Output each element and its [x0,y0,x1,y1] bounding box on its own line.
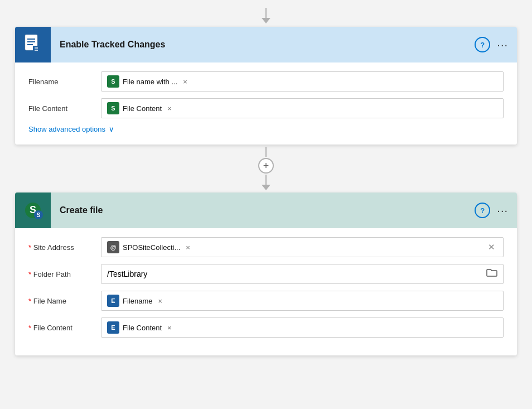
card2-folderpath-input[interactable]: /TestLibrary [101,264,504,284]
card2-siteaddress-input[interactable]: @ SPOSiteCollecti... × ✕ [101,237,504,257]
card2-siteaddress-token-close[interactable]: × [186,243,190,252]
card2-filecontent-label: File Content [28,324,101,332]
card2-filename-input[interactable]: E Filename × [101,291,504,311]
card1-filecontent-label: File Content [28,104,101,113]
card1-body: Filename S File name with ... × File Con… [15,62,517,145]
card2-siteaddress-row: Site Address @ SPOSiteCollecti... × ✕ [28,237,504,257]
card2-filename-token: E Filename × [107,295,162,307]
add-connector-line-bottom [265,175,267,185]
card1-filename-label: Filename [28,78,101,86]
card2-filename-token-close[interactable]: × [158,297,162,305]
svg-text:S: S [37,212,41,218]
card1-filename-token-close[interactable]: × [183,78,187,86]
card1-filecontent-input[interactable]: S File Content × [101,98,504,118]
card2-title: Create file [51,205,475,215]
card2-more-button[interactable]: ··· [497,204,508,217]
add-connector-line-top [265,147,267,157]
card1-filename-token-icon: S [107,75,119,88]
card2-help-button[interactable]: ? [475,203,490,218]
card2-folderpath-value: /TestLibrary [107,270,147,278]
show-advanced-label: Show advanced options [28,125,105,133]
card2-filename-token-text: Filename [123,297,152,305]
folder-icon [486,268,497,280]
card2-filecontent-token-icon: E [107,321,119,334]
add-step-button[interactable]: + [258,158,274,174]
card2-siteaddress-token-text: SPOSiteCollecti... [123,243,180,252]
card2-siteaddress-token-icon: @ [107,241,119,253]
connector-arrow [262,18,270,23]
card2-filecontent-token-close[interactable]: × [167,324,172,332]
card1-filecontent-token-icon: S [107,102,119,114]
card-create-file: S S Create file ? ··· Site Address @ SPO… [15,193,517,355]
card2-header: S S Create file ? ··· [15,193,517,228]
card1-help-button[interactable]: ? [475,37,490,52]
card1-filecontent-token: S File Content × [107,102,172,114]
card1-header: Enable Tracked Changes ? ··· [15,27,517,62]
card1-actions: ? ··· [475,37,508,52]
svg-rect-5 [33,46,40,54]
card1-title: Enable Tracked Changes [51,40,475,50]
chevron-down-icon: ∨ [109,125,114,133]
card2-siteaddress-token: @ SPOSiteCollecti... × [107,241,190,253]
add-connector-arrow [262,185,270,190]
card2-icon: S S [23,200,43,220]
add-connector: + [258,147,274,190]
card2-filecontent-input[interactable]: E File Content × [101,317,504,338]
card1-filecontent-row: File Content S File Content × [28,98,504,118]
card2-actions: ? ··· [475,203,508,218]
card2-filecontent-token: E File Content × [107,321,172,334]
card2-body: Site Address @ SPOSiteCollecti... × ✕ Fo… [15,228,517,355]
card2-filename-label: File Name [28,297,101,305]
card1-icon-bg [15,27,51,62]
connector-line [265,8,267,18]
card2-siteaddress-label: Site Address [28,243,101,252]
card1-more-button[interactable]: ··· [497,39,508,51]
card2-folderpath-label: Folder Path [28,270,101,278]
card2-siteaddress-clear-button[interactable]: ✕ [486,242,497,252]
card1-filecontent-token-close[interactable]: × [167,104,172,113]
card1-filename-input[interactable]: S File name with ... × [101,71,504,92]
card1-icon [24,35,42,55]
card1-filename-token: S File name with ... × [107,75,187,88]
card2-filename-row: File Name E Filename × [28,291,504,311]
card1-filename-token-text: File name with ... [123,78,177,86]
top-connector [262,8,270,23]
show-advanced-button[interactable]: Show advanced options ∨ [28,125,504,133]
card2-filename-token-icon: E [107,295,119,307]
card1-filename-row: Filename S File name with ... × [28,71,504,92]
card2-folderpath-row: Folder Path /TestLibrary [28,264,504,284]
card2-filecontent-row: File Content E File Content × [28,317,504,338]
card2-filecontent-token-text: File Content [123,324,162,332]
card-enable-tracked-changes: Enable Tracked Changes ? ··· Filename S … [15,27,517,145]
card2-icon-bg: S S [15,193,51,228]
card1-filecontent-token-text: File Content [123,104,162,113]
